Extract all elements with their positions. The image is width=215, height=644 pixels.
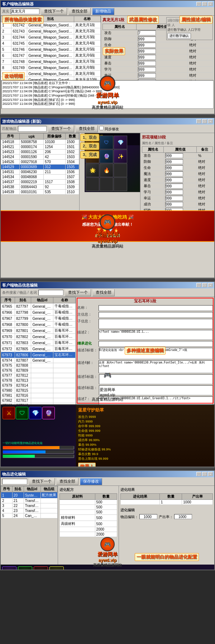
item-slot[interactable]: 🔮	[100, 150, 113, 163]
attr-cell-1[interactable]	[137, 67, 188, 73]
equip-attr-cell-1[interactable]	[164, 189, 197, 195]
weapon-table-row[interactable]: 2631743General_Weapon_Sword_2590真龙无月2段	[1, 28, 101, 34]
weapon-table-row[interactable]: 5631746General_Weapon_Sword_2593真龙无月5段	[1, 47, 101, 53]
equip-attr-cell-1[interactable]	[164, 183, 197, 189]
attr-value-input[interactable]	[138, 30, 156, 35]
maximize-btn[interactable]: □	[202, 2, 207, 6]
item-slot[interactable]: 💎	[114, 136, 127, 149]
weapon-table-row[interactable]: 7631748General_Weapon_Sword_2595真龙无月7段	[1, 59, 101, 65]
item-slot[interactable]	[86, 177, 99, 191]
weapon-table-row[interactable]: 10631751General_Weapon_Gauntlet_2590真龙无月…	[1, 77, 101, 80]
equip-attr-input[interactable]	[165, 165, 183, 170]
equip-attr-input[interactable]	[165, 177, 183, 182]
evolution-table-row[interactable]: 221Transform_Asce...	[1, 498, 58, 503]
weapon-table-row[interactable]: 6631747General_Weapon_Sword_2594真龙无月6段	[1, 53, 101, 59]
s2-minimize[interactable]: _	[196, 119, 201, 123]
s3-find-next[interactable]: 查找下一个	[65, 289, 91, 296]
equip-attr-cell-1[interactable]	[164, 165, 197, 171]
evo-rate-input[interactable]	[174, 514, 192, 519]
s2-checkbox[interactable]	[99, 126, 104, 130]
accessory-table-row[interactable]: 67966827798General_Accessory_Ring_2131..…	[1, 309, 76, 316]
desc3-input[interactable]: 0/进化化妆池 <br arg_id='am...FontSet_ItemGra…	[99, 348, 213, 359]
s4-search-input[interactable]	[2, 479, 27, 484]
equipment-table-row[interactable]: 1445370000221915171508	[1, 180, 79, 185]
sub-info-input[interactable]	[99, 319, 213, 329]
add-item-btn[interactable]: 新增物品	[92, 8, 114, 15]
attr-value-input[interactable]	[138, 49, 156, 54]
equipment-table-row[interactable]: 14453800064443921509	[1, 185, 79, 190]
equipment-table-row[interactable]: 144539000101915351510	[1, 190, 79, 195]
item-slot[interactable]	[114, 164, 127, 177]
evo-item-input[interactable]	[139, 514, 157, 519]
evolution-table-row[interactable]: 423Transform_Asce...	[1, 508, 58, 513]
desc2-input[interactable]: </font name='00008130.UI.L...	[99, 330, 213, 340]
accessory-table-row[interactable]: 67968827800General_Accessory_Ring_2133..…	[1, 322, 76, 328]
game-item-2[interactable]: 🛡	[16, 407, 28, 419]
equip-attr-input[interactable]	[165, 171, 183, 176]
attr-value-input[interactable]	[138, 61, 156, 66]
desc4-input[interactable]: 左库 系列</font name='00008130.Program.FontS…	[99, 360, 213, 373]
equip-attr-input[interactable]	[165, 202, 183, 207]
weapon-table-row[interactable]: 3631744General_Weapon_Sword_2591真龙无月3段	[1, 34, 101, 40]
s2-search-input[interactable]	[18, 126, 47, 132]
equip-attr-cell-1[interactable]	[164, 201, 197, 208]
item-slot[interactable]: 🌟	[86, 164, 99, 177]
accessory-table-row[interactable]: 67980827815	[1, 388, 76, 393]
attr-value-input[interactable]	[138, 79, 156, 80]
s4-save[interactable]: 保存修改	[80, 478, 102, 485]
game-item-4[interactable]: 🔮	[42, 407, 55, 419]
s2-close[interactable]: ×	[208, 119, 213, 123]
attr-cell-1[interactable]	[137, 48, 188, 54]
desc7-input[interactable]: </font name='00008130.UI.Label_Green03.1…	[99, 396, 213, 404]
attr-value-input[interactable]	[138, 55, 156, 60]
desc5-input[interactable]	[99, 374, 213, 384]
equipment-table-row[interactable]: 144534000480681507	[1, 175, 79, 180]
attr-cell-1[interactable]	[137, 54, 188, 60]
s2-maximize[interactable]: □	[202, 119, 207, 123]
game-item-3[interactable]: 💎	[29, 407, 42, 419]
attr-value-input[interactable]	[138, 73, 156, 78]
s2-find-all[interactable]: 查找全部	[76, 125, 98, 132]
equipment-table-row[interactable]: 144531000462302111506	[1, 170, 79, 175]
equip-attr-cell-1[interactable]	[164, 159, 197, 165]
accessory-table-row[interactable]: 67967827799General_Accessory_Ring_2132..…	[1, 316, 76, 322]
accessory-table-row[interactable]: 67973827806General_Accessory_Earring_21.…	[1, 352, 76, 358]
accessory-table-row[interactable]: 67970827802General_Accessory_Earring_21.…	[1, 334, 76, 340]
equipment-table-row[interactable]: 14451850008758101001500	[1, 140, 79, 145]
accessory-table-row[interactable]: 67969827801General_Accessory_Earring_21.…	[1, 328, 76, 334]
find-next-btn[interactable]: 查找下一个	[41, 8, 67, 15]
s3-close[interactable]: ×	[208, 283, 213, 287]
equip-attr-input[interactable]	[165, 190, 183, 195]
equip-attr-cell-1[interactable]	[164, 177, 197, 183]
equip-attr-input[interactable]	[165, 196, 183, 201]
attr-cell-1[interactable]	[137, 73, 188, 79]
item-slot[interactable]	[114, 177, 127, 191]
find-all-btn[interactable]: 查找全部	[68, 8, 91, 15]
game-item-1[interactable]: ⚔	[3, 407, 15, 419]
equip-attr-input[interactable]	[165, 153, 183, 158]
equip-attr-input[interactable]	[165, 184, 183, 189]
s3-maximize[interactable]: □	[202, 283, 207, 287]
evolution-table-row[interactable]: 120System_Cruelty_Lege...配方效果	[1, 492, 58, 498]
equipment-table-row[interactable]: 14452400001590421503	[1, 155, 79, 160]
item-slot[interactable]	[100, 177, 113, 191]
item-slot[interactable]: 🛡	[100, 136, 113, 149]
attr-value-input[interactable]	[138, 43, 156, 48]
accessory-table-row[interactable]: 67979827814	[1, 383, 76, 388]
equipment-table-row[interactable]: 144526000279185701504	[1, 160, 79, 165]
accessory-table-row[interactable]: 67975827808	[1, 363, 76, 368]
attr-cell-1[interactable]	[137, 60, 188, 67]
s4-find-next[interactable]: 查找下一个	[29, 478, 55, 485]
accessory-table-row[interactable]: 67971827803General_Accessory_Earring_21.…	[1, 340, 76, 346]
accessory-table-row[interactable]: 67983827818	[1, 403, 76, 405]
attr-value-input[interactable]	[138, 36, 156, 42]
inherit-input[interactable]	[99, 341, 213, 347]
search-input[interactable]	[11, 9, 39, 14]
weapon-table-row[interactable]: 8631749General_Weapon_Sword_2596真龙无月8段	[1, 65, 101, 71]
accessory-table-row[interactable]: 67977827812	[1, 373, 76, 378]
s4-close[interactable]: ×	[208, 472, 213, 476]
accessory-table-row[interactable]: 67972827805General_Accessory_Earring_21.…	[1, 346, 76, 352]
weapon-table-row[interactable]: 1631742General_Weapon_Sword_2589真龙无月1段	[1, 22, 101, 28]
accessory-table-row[interactable]: 67976827809	[1, 368, 76, 373]
s4-minimize[interactable]: _	[196, 472, 201, 476]
